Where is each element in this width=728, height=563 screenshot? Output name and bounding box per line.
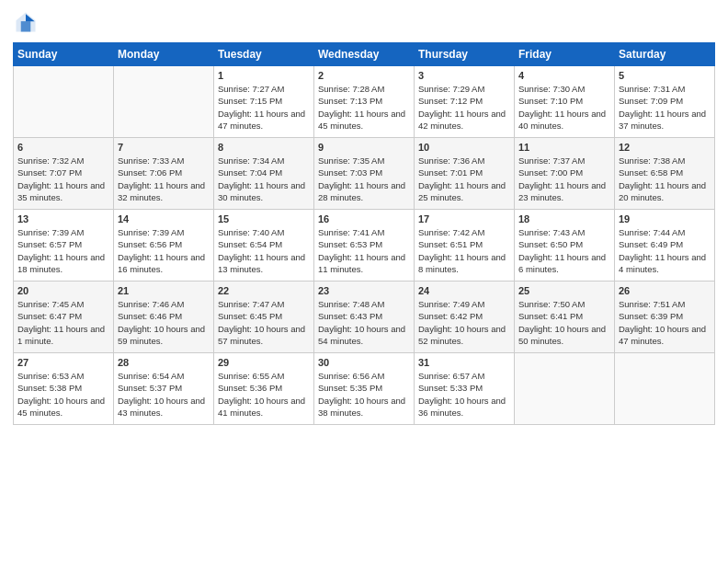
day-info: Sunrise: 7:43 AMSunset: 6:50 PMDaylight:…	[518, 226, 610, 275]
day-number: 27	[17, 357, 109, 368]
day-info: Sunrise: 7:49 AMSunset: 6:42 PMDaylight:…	[418, 298, 510, 347]
day-info: Sunrise: 7:35 AMSunset: 7:03 PMDaylight:…	[318, 155, 410, 203]
day-cell: 20Sunrise: 7:45 AMSunset: 6:47 PMDayligh…	[14, 282, 114, 353]
day-number: 19	[619, 213, 711, 224]
day-info: Sunrise: 6:53 AMSunset: 5:38 PMDaylight:…	[17, 370, 109, 419]
day-cell: 22Sunrise: 7:47 AMSunset: 6:45 PMDayligh…	[214, 282, 314, 353]
day-info: Sunrise: 7:33 AMSunset: 7:06 PMDaylight:…	[118, 155, 210, 203]
weekday-header-tuesday: Tuesday	[214, 43, 314, 66]
day-number: 5	[619, 70, 711, 81]
day-number: 12	[619, 142, 711, 153]
day-number: 9	[318, 142, 410, 153]
week-row-5: 27Sunrise: 6:53 AMSunset: 5:38 PMDayligh…	[14, 353, 715, 425]
week-row-4: 20Sunrise: 7:45 AMSunset: 6:47 PMDayligh…	[14, 282, 715, 353]
day-cell: 11Sunrise: 7:37 AMSunset: 7:00 PMDayligh…	[515, 138, 615, 210]
day-info: Sunrise: 7:47 AMSunset: 6:45 PMDaylight:…	[218, 298, 310, 347]
day-info: Sunrise: 7:37 AMSunset: 7:00 PMDaylight:…	[518, 155, 610, 203]
day-number: 16	[318, 213, 410, 224]
day-number: 4	[518, 70, 610, 81]
day-number: 20	[17, 285, 109, 296]
day-number: 28	[118, 357, 210, 368]
day-cell: 9Sunrise: 7:35 AMSunset: 7:03 PMDaylight…	[314, 138, 415, 210]
day-number: 30	[318, 357, 410, 368]
day-info: Sunrise: 7:31 AMSunset: 7:09 PMDaylight:…	[619, 83, 711, 132]
day-number: 31	[418, 357, 510, 368]
day-number: 24	[418, 285, 510, 296]
day-cell: 6Sunrise: 7:32 AMSunset: 7:07 PMDaylight…	[14, 138, 114, 210]
day-cell: 27Sunrise: 6:53 AMSunset: 5:38 PMDayligh…	[14, 353, 114, 425]
day-number: 2	[318, 70, 410, 81]
day-number: 10	[418, 142, 510, 153]
day-info: Sunrise: 7:34 AMSunset: 7:04 PMDaylight:…	[218, 155, 310, 203]
day-info: Sunrise: 7:51 AMSunset: 6:39 PMDaylight:…	[619, 298, 711, 347]
day-cell: 19Sunrise: 7:44 AMSunset: 6:49 PMDayligh…	[615, 210, 715, 282]
day-cell: 16Sunrise: 7:41 AMSunset: 6:53 PMDayligh…	[314, 210, 415, 282]
week-row-2: 6Sunrise: 7:32 AMSunset: 7:07 PMDaylight…	[14, 138, 715, 210]
week-row-1: 1Sunrise: 7:27 AMSunset: 7:15 PMDaylight…	[14, 66, 715, 138]
weekday-header-saturday: Saturday	[615, 43, 715, 66]
day-cell: 28Sunrise: 6:54 AMSunset: 5:37 PMDayligh…	[114, 353, 214, 425]
day-cell: 15Sunrise: 7:40 AMSunset: 6:54 PMDayligh…	[214, 210, 314, 282]
day-info: Sunrise: 7:29 AMSunset: 7:12 PMDaylight:…	[418, 83, 510, 132]
calendar-body: 1Sunrise: 7:27 AMSunset: 7:15 PMDaylight…	[14, 66, 715, 425]
day-cell: 17Sunrise: 7:42 AMSunset: 6:51 PMDayligh…	[415, 210, 515, 282]
day-info: Sunrise: 6:55 AMSunset: 5:36 PMDaylight:…	[218, 370, 310, 419]
day-cell: 7Sunrise: 7:33 AMSunset: 7:06 PMDaylight…	[114, 138, 214, 210]
day-cell: 8Sunrise: 7:34 AMSunset: 7:04 PMDaylight…	[214, 138, 314, 210]
weekday-header-row: SundayMondayTuesdayWednesdayThursdayFrid…	[14, 43, 715, 66]
calendar-table: SundayMondayTuesdayWednesdayThursdayFrid…	[13, 42, 715, 425]
week-row-3: 13Sunrise: 7:39 AMSunset: 6:57 PMDayligh…	[14, 210, 715, 282]
weekday-header-monday: Monday	[114, 43, 214, 66]
day-cell	[515, 353, 615, 425]
day-info: Sunrise: 7:48 AMSunset: 6:43 PMDaylight:…	[318, 298, 410, 347]
day-info: Sunrise: 7:36 AMSunset: 7:01 PMDaylight:…	[418, 155, 510, 203]
day-info: Sunrise: 6:57 AMSunset: 5:33 PMDaylight:…	[418, 370, 510, 419]
day-info: Sunrise: 7:46 AMSunset: 6:46 PMDaylight:…	[118, 298, 210, 347]
day-cell: 29Sunrise: 6:55 AMSunset: 5:36 PMDayligh…	[214, 353, 314, 425]
day-cell: 5Sunrise: 7:31 AMSunset: 7:09 PMDaylight…	[615, 66, 715, 138]
day-cell: 24Sunrise: 7:49 AMSunset: 6:42 PMDayligh…	[415, 282, 515, 353]
weekday-header-friday: Friday	[515, 43, 615, 66]
day-info: Sunrise: 7:39 AMSunset: 6:56 PMDaylight:…	[118, 226, 210, 275]
day-cell: 26Sunrise: 7:51 AMSunset: 6:39 PMDayligh…	[615, 282, 715, 353]
day-number: 22	[218, 285, 310, 296]
calendar-header: SundayMondayTuesdayWednesdayThursdayFrid…	[14, 43, 715, 66]
day-cell: 10Sunrise: 7:36 AMSunset: 7:01 PMDayligh…	[415, 138, 515, 210]
day-info: Sunrise: 7:38 AMSunset: 6:58 PMDaylight:…	[619, 155, 711, 203]
day-cell: 12Sunrise: 7:38 AMSunset: 6:58 PMDayligh…	[615, 138, 715, 210]
day-number: 1	[218, 70, 310, 81]
day-cell: 13Sunrise: 7:39 AMSunset: 6:57 PMDayligh…	[14, 210, 114, 282]
day-number: 3	[418, 70, 510, 81]
day-info: Sunrise: 7:27 AMSunset: 7:15 PMDaylight:…	[218, 83, 310, 132]
day-number: 6	[17, 142, 109, 153]
day-number: 18	[518, 213, 610, 224]
svg-rect-3	[21, 21, 31, 31]
weekday-header-wednesday: Wednesday	[314, 43, 415, 66]
day-cell: 4Sunrise: 7:30 AMSunset: 7:10 PMDaylight…	[515, 66, 615, 138]
day-cell: 23Sunrise: 7:48 AMSunset: 6:43 PMDayligh…	[314, 282, 415, 353]
day-number: 23	[318, 285, 410, 296]
day-number: 26	[619, 285, 711, 296]
day-cell: 3Sunrise: 7:29 AMSunset: 7:12 PMDaylight…	[415, 66, 515, 138]
weekday-header-thursday: Thursday	[415, 43, 515, 66]
day-number: 8	[218, 142, 310, 153]
weekday-header-sunday: Sunday	[14, 43, 114, 66]
logo-icon	[13, 9, 39, 35]
day-info: Sunrise: 7:44 AMSunset: 6:49 PMDaylight:…	[619, 226, 711, 275]
day-cell: 14Sunrise: 7:39 AMSunset: 6:56 PMDayligh…	[114, 210, 214, 282]
day-cell: 1Sunrise: 7:27 AMSunset: 7:15 PMDaylight…	[214, 66, 314, 138]
day-number: 13	[17, 213, 109, 224]
day-info: Sunrise: 7:39 AMSunset: 6:57 PMDaylight:…	[17, 226, 109, 275]
day-cell: 25Sunrise: 7:50 AMSunset: 6:41 PMDayligh…	[515, 282, 615, 353]
day-cell: 2Sunrise: 7:28 AMSunset: 7:13 PMDaylight…	[314, 66, 415, 138]
day-info: Sunrise: 7:42 AMSunset: 6:51 PMDaylight:…	[418, 226, 510, 275]
calendar-page: SundayMondayTuesdayWednesdayThursdayFrid…	[0, 0, 728, 563]
day-cell: 18Sunrise: 7:43 AMSunset: 6:50 PMDayligh…	[515, 210, 615, 282]
day-info: Sunrise: 7:28 AMSunset: 7:13 PMDaylight:…	[318, 83, 410, 132]
day-cell: 30Sunrise: 6:56 AMSunset: 5:35 PMDayligh…	[314, 353, 415, 425]
day-number: 11	[518, 142, 610, 153]
day-info: Sunrise: 7:30 AMSunset: 7:10 PMDaylight:…	[518, 83, 610, 132]
day-number: 21	[118, 285, 210, 296]
day-cell	[615, 353, 715, 425]
day-info: Sunrise: 7:41 AMSunset: 6:53 PMDaylight:…	[318, 226, 410, 275]
